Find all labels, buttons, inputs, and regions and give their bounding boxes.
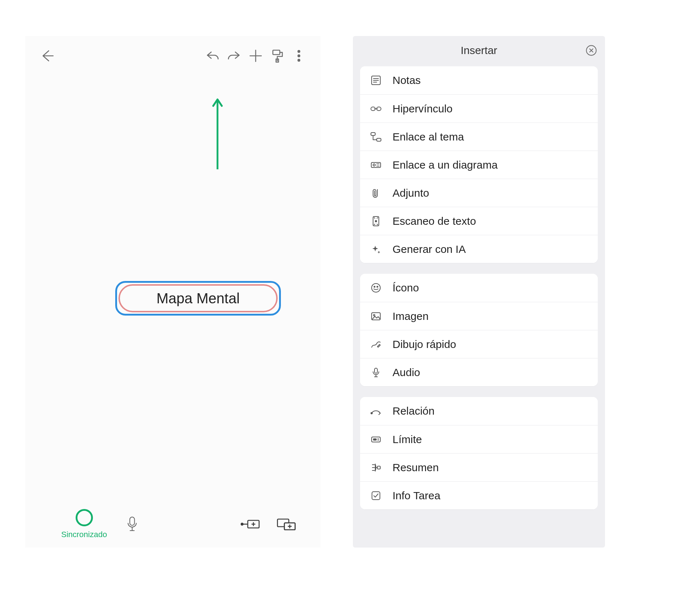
- diagram-link-icon: [369, 159, 382, 171]
- sync-label: Sincronizado: [61, 530, 107, 539]
- emoji-icon: [369, 281, 382, 294]
- task-info-icon: [369, 489, 382, 502]
- insert-quick-sketch-label: Dibujo rápido: [393, 338, 456, 351]
- insert-relationship[interactable]: Relación: [360, 397, 598, 425]
- insert-audio-label: Audio: [393, 366, 420, 379]
- insert-group-structure: Relación Límite Resumen Info Tarea: [360, 397, 598, 509]
- insert-attachment[interactable]: Adjunto: [360, 179, 598, 207]
- undo-button[interactable]: [202, 45, 223, 67]
- svg-point-23: [377, 286, 378, 287]
- add-subtopic-icon: [240, 517, 260, 531]
- insert-summary-label: Resumen: [393, 461, 439, 474]
- insert-icon[interactable]: Ícono: [360, 274, 598, 302]
- svg-point-22: [374, 286, 375, 287]
- add-subtopic-button[interactable]: [238, 515, 263, 533]
- insert-group-attachments: Notas Hipervínculo Enlace al tema Enlace…: [360, 66, 598, 263]
- attachment-icon: [369, 187, 382, 200]
- insert-topic-link-label: Enlace al tema: [393, 131, 464, 143]
- top-toolbar: [25, 36, 320, 76]
- format-roller-icon: [270, 48, 285, 63]
- svg-point-18: [373, 164, 375, 166]
- back-button[interactable]: [36, 45, 58, 67]
- bottom-toolbar: Sincronizado: [25, 501, 320, 548]
- root-topic-label: Mapa Mental: [118, 284, 278, 312]
- insert-image-label: Imagen: [393, 310, 429, 322]
- insert-generate-ai[interactable]: Generar con IA: [360, 235, 598, 263]
- svg-point-6: [241, 523, 243, 525]
- boundary-icon: [369, 433, 382, 446]
- svg-rect-15: [371, 133, 375, 135]
- svg-point-21: [372, 284, 380, 292]
- insert-panel-title: Insertar: [461, 44, 497, 57]
- insert-group-media: Ícono Imagen Dibujo rápido Audio: [360, 274, 598, 386]
- insert-attachment-label: Adjunto: [393, 187, 429, 199]
- more-menu-button[interactable]: [288, 45, 310, 67]
- hint-arrow: [210, 97, 225, 169]
- svg-rect-17: [371, 162, 381, 168]
- insert-diagram-link-label: Enlace a un diagrama: [393, 159, 498, 171]
- insert-task-info[interactable]: Info Tarea: [360, 481, 598, 509]
- add-sheet-icon: [276, 517, 296, 531]
- svg-rect-29: [373, 438, 377, 441]
- insert-image[interactable]: Imagen: [360, 302, 598, 330]
- insert-notes[interactable]: Notas: [360, 66, 598, 94]
- svg-rect-31: [372, 492, 380, 500]
- insert-scan-text-label: Escaneo de texto: [393, 215, 476, 227]
- audio-mic-icon: [369, 366, 382, 379]
- insert-panel-header: Insertar: [353, 36, 605, 65]
- sketch-icon: [369, 338, 382, 351]
- insert-hyperlink-label: Hipervínculo: [393, 103, 453, 115]
- undo-icon: [205, 48, 220, 63]
- insert-task-info-label: Info Tarea: [393, 490, 440, 502]
- insert-panel: Insertar Notas Hipervínculo: [353, 36, 605, 548]
- root-topic-node[interactable]: Mapa Mental: [115, 281, 281, 316]
- svg-rect-5: [130, 517, 135, 525]
- svg-point-2: [298, 50, 300, 52]
- image-icon: [369, 310, 382, 323]
- add-sheet-button[interactable]: [274, 515, 299, 533]
- insert-hyperlink[interactable]: Hipervínculo: [360, 94, 598, 122]
- svg-point-20: [375, 220, 377, 222]
- topic-link-icon: [369, 130, 382, 143]
- sync-circle-icon: [76, 509, 93, 526]
- redo-icon: [227, 48, 242, 63]
- insert-quick-sketch[interactable]: Dibujo rápido: [360, 330, 598, 358]
- voice-input-button[interactable]: [121, 513, 143, 535]
- more-vertical-icon: [291, 48, 306, 63]
- ai-sparkles-icon: [369, 243, 382, 256]
- insert-summary[interactable]: Resumen: [360, 453, 598, 481]
- summary-icon: [369, 461, 382, 474]
- microphone-icon: [126, 516, 138, 532]
- add-button[interactable]: [245, 45, 266, 67]
- svg-point-3: [298, 55, 300, 57]
- back-arrow-icon: [39, 48, 54, 63]
- insert-icon-label: Ícono: [393, 282, 419, 294]
- redo-button[interactable]: [223, 45, 245, 67]
- notes-icon: [369, 74, 382, 87]
- svg-point-27: [371, 412, 372, 414]
- editor-canvas: Mapa Mental Sincronizado: [25, 36, 320, 548]
- close-icon: [585, 44, 597, 57]
- insert-audio[interactable]: Audio: [360, 358, 598, 386]
- svg-rect-26: [375, 368, 377, 373]
- svg-rect-0: [273, 50, 280, 54]
- format-button[interactable]: [266, 45, 288, 67]
- svg-rect-30: [377, 466, 380, 469]
- svg-point-4: [298, 59, 300, 61]
- plus-icon: [248, 48, 263, 63]
- scan-text-icon: [369, 215, 382, 228]
- svg-rect-16: [377, 138, 381, 141]
- insert-scan-text[interactable]: Escaneo de texto: [360, 207, 598, 235]
- insert-diagram-link[interactable]: Enlace a un diagrama: [360, 151, 598, 179]
- insert-generate-ai-label: Generar con IA: [393, 243, 466, 255]
- hyperlink-icon: [369, 102, 382, 115]
- insert-notes-label: Notas: [393, 74, 421, 86]
- close-panel-button[interactable]: [584, 43, 598, 58]
- sync-status[interactable]: Sincronizado: [61, 509, 107, 539]
- relationship-icon: [369, 405, 382, 418]
- svg-point-25: [373, 314, 375, 316]
- insert-relationship-label: Relación: [393, 405, 435, 417]
- insert-topic-link[interactable]: Enlace al tema: [360, 122, 598, 151]
- insert-boundary-label: Límite: [393, 433, 422, 446]
- insert-boundary[interactable]: Límite: [360, 425, 598, 453]
